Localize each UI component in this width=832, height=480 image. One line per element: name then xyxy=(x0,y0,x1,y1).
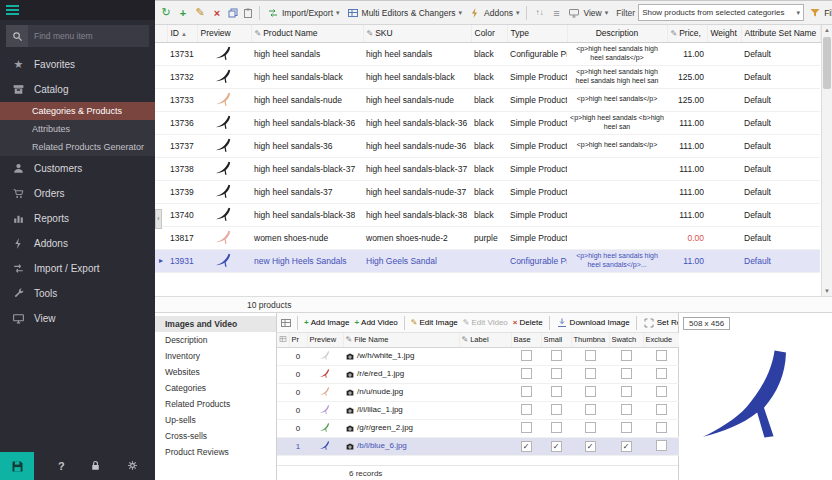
product-row[interactable]: 13738 high heel sandals-black-37 high he… xyxy=(155,157,820,180)
scrollbar-thumb[interactable] xyxy=(823,37,831,89)
lock-icon[interactable] xyxy=(89,459,102,474)
scroll-up-arrow[interactable]: ▲ xyxy=(824,25,830,35)
sidebar-item-catalog[interactable]: Catalog xyxy=(0,77,155,102)
product-row[interactable]: 13740 high heel sandals-black-38 high he… xyxy=(155,203,820,226)
thumbnail-checkbox[interactable] xyxy=(585,350,596,361)
product-row[interactable]: 13736 high heel sandals-black-36 high he… xyxy=(155,111,820,134)
exclude-checkbox[interactable] xyxy=(656,386,667,397)
tab-product-reviews[interactable]: Product Reviews xyxy=(155,444,276,460)
vertical-scrollbar[interactable]: ▲ ▼ xyxy=(821,25,832,296)
swatch-checkbox[interactable] xyxy=(621,422,632,433)
sidebar-item-orders[interactable]: Orders xyxy=(0,181,155,206)
add-image-button[interactable]: +Add Image xyxy=(303,318,350,327)
column-description[interactable]: Description xyxy=(567,25,667,42)
sidebar-item-related-products-generator[interactable]: Related Products Generator xyxy=(0,138,155,156)
thumbnail-checkbox[interactable] xyxy=(585,404,596,415)
column-label[interactable]: ✎Label xyxy=(459,333,511,347)
column-id[interactable]: ID▲ xyxy=(167,25,197,42)
sidebar-item-categories-products[interactable]: Categories & Products xyxy=(0,102,155,120)
column-image-preview[interactable]: Preview xyxy=(307,333,343,347)
swatch-checkbox[interactable] xyxy=(621,386,632,397)
grid-icon[interactable] xyxy=(280,317,292,329)
small-checkbox[interactable] xyxy=(551,422,562,433)
thumbnail-checkbox[interactable] xyxy=(585,368,596,379)
swatch-checkbox[interactable] xyxy=(621,350,632,361)
column-type[interactable]: Type xyxy=(507,25,567,42)
sidebar-item-customers[interactable]: Customers xyxy=(0,156,155,181)
column-product-name[interactable]: ✎Product Name xyxy=(251,25,363,42)
edit-image-button[interactable]: ✎Edit Image xyxy=(410,318,459,327)
sidebar-item-tools[interactable]: Tools xyxy=(0,281,155,306)
tab-cross-sells[interactable]: Cross-sells xyxy=(155,428,276,444)
swatch-checkbox[interactable] xyxy=(621,368,632,379)
base-checkbox[interactable] xyxy=(521,368,532,379)
product-row[interactable]: 13732 high heel sandals-black high heel … xyxy=(155,65,820,88)
collapse-panel-handle[interactable]: ‹ xyxy=(155,209,162,229)
column-color[interactable]: Color xyxy=(471,25,507,42)
gear-icon[interactable] xyxy=(126,459,139,474)
refresh-icon[interactable]: ↻ xyxy=(159,6,173,19)
product-row[interactable]: 13817 women shoes-nude women shoes-nude-… xyxy=(155,226,820,249)
image-row[interactable]: 0 /l/i/lilac_1.jpg xyxy=(277,401,679,419)
column-exclude[interactable]: Exclude xyxy=(643,333,679,347)
base-checkbox[interactable]: ✓ xyxy=(521,441,532,452)
small-checkbox[interactable] xyxy=(551,386,562,397)
tab-up-sells[interactable]: Up-sells xyxy=(155,412,276,428)
small-checkbox[interactable] xyxy=(551,350,562,361)
product-row[interactable]: 13733 high heel sandals-nude high heel s… xyxy=(155,88,820,111)
save-icon[interactable] xyxy=(0,452,34,480)
sidebar-item-view[interactable]: View xyxy=(0,306,155,331)
sidebar-item-reports[interactable]: Reports xyxy=(0,206,155,231)
product-row[interactable]: 13737 high heel sandals-36 high heel san… xyxy=(155,134,820,157)
tab-categories[interactable]: Categories xyxy=(155,380,276,396)
sidebar-search-input[interactable]: Find menu item xyxy=(6,25,149,47)
exclude-checkbox[interactable] xyxy=(656,422,667,433)
thumbnail-checkbox[interactable] xyxy=(585,422,596,433)
thumbnail-checkbox[interactable] xyxy=(585,386,596,397)
small-checkbox[interactable] xyxy=(551,404,562,415)
download-image-button[interactable]: Download Image xyxy=(555,317,631,329)
sort-icon[interactable]: ↑↓ xyxy=(532,8,546,17)
addons-menu[interactable]: Addons▾ xyxy=(467,6,521,20)
column-swatch[interactable]: Swatch xyxy=(609,333,643,347)
product-row-selected[interactable]: ▸ 13931 new High Heels Sandals High Geel… xyxy=(155,249,820,272)
edit-video-button[interactable]: ✎Edit Video xyxy=(462,318,509,327)
sidebar-item-attributes[interactable]: Attributes xyxy=(0,120,155,138)
image-row[interactable]: 0 /r/e/red_1.jpg xyxy=(277,365,679,383)
help-icon[interactable]: ? xyxy=(58,460,65,472)
filters-button[interactable]: Filters▾ xyxy=(807,6,832,20)
image-row[interactable]: 0 /g/r/green_2.jpg xyxy=(277,419,679,437)
tab-description[interactable]: Description xyxy=(155,332,276,348)
edit-product-icon[interactable]: ✎ xyxy=(193,6,207,19)
set-resize-rule-button[interactable]: Set Resize Rule▾ xyxy=(642,317,678,329)
tab-inventory[interactable]: Inventory xyxy=(155,348,276,364)
column-weight[interactable]: Weight xyxy=(707,25,741,42)
product-row[interactable]: 13731 high heel sandals high heel sandal… xyxy=(155,42,820,65)
product-row[interactable]: 13739 high heel sandals-37 high heel san… xyxy=(155,180,820,203)
delete-product-icon[interactable]: × xyxy=(210,7,224,19)
copy-icon[interactable] xyxy=(227,7,239,19)
small-checkbox[interactable]: ✓ xyxy=(551,441,562,452)
column-attribute-set[interactable]: Attribute Set Name xyxy=(741,25,820,42)
image-row-selected[interactable]: 1 /b/l/blue_6.jpg ✓ ✓ ✓ ✓ xyxy=(277,437,679,455)
add-product-icon[interactable]: + xyxy=(176,7,190,19)
exclude-checkbox[interactable] xyxy=(656,404,667,415)
import-export-menu[interactable]: Import/Export▾ xyxy=(265,6,342,20)
category-filter-select[interactable]: Show products from selected categories▾ xyxy=(638,4,804,21)
column-base[interactable]: Base xyxy=(511,333,541,347)
tab-images-and-video[interactable]: Images and Video xyxy=(155,316,276,332)
thumbnail-checkbox[interactable]: ✓ xyxy=(585,441,596,452)
base-checkbox[interactable] xyxy=(521,422,532,433)
exclude-checkbox[interactable] xyxy=(656,368,667,379)
column-sku[interactable]: ✎SKU xyxy=(363,25,471,42)
image-row[interactable]: 0 /n/u/nude.jpg xyxy=(277,383,679,401)
paste-icon[interactable] xyxy=(242,7,254,19)
scroll-down-arrow[interactable]: ▼ xyxy=(824,286,830,296)
sidebar-item-favorites[interactable]: ★Favorites xyxy=(0,52,155,77)
list-icon[interactable]: ≡ xyxy=(549,7,563,19)
base-checkbox[interactable] xyxy=(521,386,532,397)
sidebar-item-addons[interactable]: Addons xyxy=(0,231,155,256)
add-video-button[interactable]: +Add Video xyxy=(353,318,398,327)
tab-related-products[interactable]: Related Products xyxy=(155,396,276,412)
multi-editors-menu[interactable]: Multi Editors & Changers▾ xyxy=(345,6,465,20)
